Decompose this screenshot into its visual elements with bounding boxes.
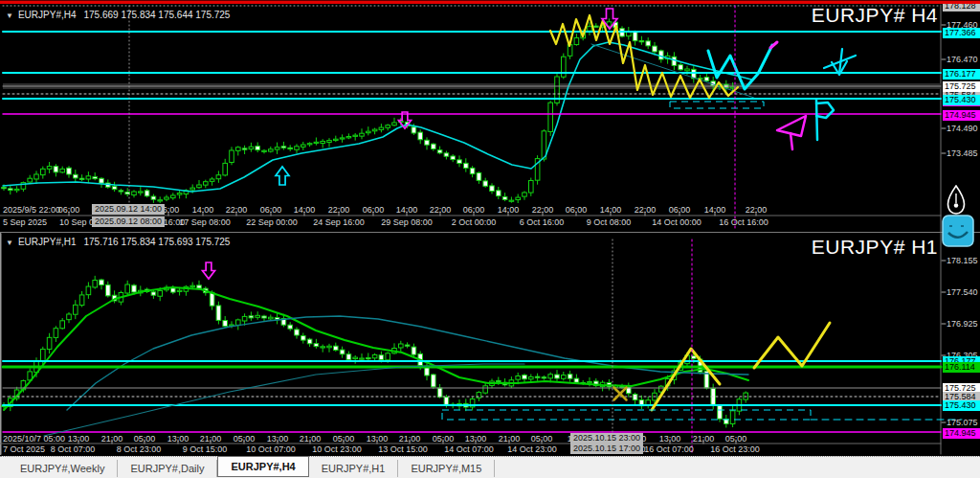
- h4-time-label: 06:00: [669, 205, 691, 215]
- h4-time-label: 22:00: [328, 205, 350, 215]
- h4-ohlc-values: 175.669 175.834 175.644 175.725: [84, 10, 231, 20]
- h4-cyan-up-arrow: [276, 167, 289, 185]
- h1-time-label: 13:00: [465, 434, 487, 444]
- h4-ma-0: [3, 42, 751, 192]
- h4-time-label: 22:00: [532, 205, 554, 215]
- h1-time-label: 10 Oct 07:00: [246, 444, 296, 454]
- h4-time-label: 22:00: [226, 205, 248, 215]
- h4-candles: [2, 18, 735, 203]
- h4-time-label: 24 Sep 16:00: [313, 217, 365, 227]
- h1-time-label: 13:00: [68, 434, 90, 444]
- h4-time-marker-box: 2025.09.12 08:00: [92, 216, 165, 227]
- tab-eurjpy-h1[interactable]: EURJPY#,H1: [309, 460, 399, 477]
- h1-time-label: 21:00: [693, 434, 715, 444]
- tab-eurjpy-m15[interactable]: EURJPY#,M15: [398, 460, 495, 477]
- h4-time-label: 16 Oct 16:00: [719, 217, 768, 227]
- h1-time-label: 14 Oct 07:00: [444, 444, 494, 454]
- h1-ohlc-values: 175.716 175.834 175.693 175.725: [84, 237, 231, 247]
- h4-time-label: 06:00: [566, 205, 588, 215]
- h1-price-175.075: 175.075: [947, 418, 980, 428]
- collapse-triangle-icon[interactable]: ▼: [6, 239, 13, 247]
- h1-time-label: 10 Oct 23:00: [312, 444, 362, 454]
- h4-time-label: 14:00: [600, 205, 622, 215]
- h1-time-label: 2025/10/7 05:00: [3, 434, 65, 444]
- h4-time-label: 06:00: [260, 205, 282, 215]
- h1-time-label: 7 Oct 2025: [3, 444, 45, 454]
- h1-time-label: 05:00: [531, 434, 553, 444]
- pen-tool-icon[interactable]: [944, 185, 969, 215]
- h4-price-176.177: 176.177: [943, 69, 980, 80]
- h1-time-label: 13 Oct 15:00: [378, 444, 428, 454]
- h1-price-178.155: 178.155: [947, 256, 980, 266]
- h4-time-label: 14:00: [294, 205, 316, 215]
- h1-time-label: 21:00: [399, 434, 421, 444]
- h1-time-label: 21:00: [200, 434, 222, 444]
- h4-watermark: EURJPY# H4: [812, 4, 938, 27]
- h4-time-label: 9 Oct 08:00: [587, 217, 632, 227]
- h1-time-label: 21:00: [499, 434, 521, 444]
- h1-time-label: 05:00: [725, 434, 747, 444]
- h1-price-176.925: 176.925: [947, 319, 980, 330]
- h1-time-label: 14 Oct 23:00: [507, 444, 557, 454]
- h4-cyan-p-stem: [816, 100, 817, 140]
- h4-time-label: 14:00: [192, 205, 214, 215]
- h1-ohlc-header: ▼EURJPY#,H1175.716 175.834 175.693 175.7…: [6, 237, 230, 247]
- h4-time-label: 22:00: [746, 205, 768, 215]
- h4-price-175.725: 175.725: [943, 81, 980, 92]
- h1-time-label: 21:00: [300, 434, 322, 444]
- h4-price-175.430: 175.430: [943, 95, 980, 105]
- h4-time-label: 29 Sep 08:00: [381, 217, 433, 227]
- h1-time-label: 13:00: [367, 434, 389, 444]
- h4-trendline: [591, 44, 754, 98]
- h1-magenta-down-arrow: [203, 262, 215, 279]
- h4-price-174.490: 174.490: [947, 124, 980, 134]
- drawing-tool-button[interactable]: [942, 215, 974, 247]
- h1-time-label: 13:00: [167, 434, 189, 444]
- h4-magenta-flag-stem: [791, 133, 792, 149]
- h4-time-label: 2 Oct 00:00: [452, 217, 497, 227]
- h4-time-label: 14 Oct 00:00: [652, 217, 702, 227]
- h1-price-175.430: 175.430: [943, 400, 980, 411]
- tab-eurjpy-h4[interactable]: EURJPY#,H4: [217, 456, 308, 477]
- h1-price-177.540: 177.540: [947, 287, 980, 298]
- tab-eurjpy-weekly[interactable]: EURJPY#,Weekly: [8, 460, 118, 477]
- h4-time-label: 22 Sep 00:00: [246, 217, 298, 227]
- h1-time-label: 8 Oct 07:00: [51, 444, 96, 454]
- h4-time-label: 5 Sep 2025: [3, 217, 47, 227]
- h1-ma-1: [67, 316, 748, 410]
- collapse-triangle-icon[interactable]: ▼: [6, 11, 13, 20]
- h4-time-marker-box: 2025.09.12 14:00: [92, 204, 165, 215]
- h4-time-label: 14:00: [498, 205, 520, 215]
- h1-time-label: 8 Oct 23:00: [117, 444, 162, 454]
- h4-time-label: 6 Oct 16:00: [520, 217, 565, 227]
- h4-ohlc-header: ▼EURJPY#,H4175.669 175.834 175.644 175.7…: [6, 10, 230, 20]
- h4-price-176.470: 176.470: [947, 55, 980, 65]
- h4-cyan-p-loop: [816, 102, 834, 118]
- h4-time-label: 14:00: [396, 205, 418, 215]
- h4-time-label: 14:00: [704, 205, 726, 215]
- h1-time-label: 05:00: [433, 434, 455, 444]
- h4-time-label: 2025/9/5 22:00: [3, 205, 60, 215]
- tab-eurjpy-daily[interactable]: EURJPY#,Daily: [118, 460, 217, 477]
- h1-price-176.114: 176.114: [943, 362, 980, 373]
- h1-time-label: 05:00: [234, 434, 256, 444]
- h1-cyan-dashed-box: [442, 410, 811, 420]
- h4-time-label: 06:00: [363, 205, 385, 215]
- h1-time-label: 13:00: [267, 434, 289, 444]
- h4-time-label: 06:00: [463, 205, 485, 215]
- h4-time-label: 17 Sep 08:00: [179, 217, 231, 227]
- h4-time-label: 22:00: [430, 205, 452, 215]
- h1-time-label: 9 Oct 15:00: [183, 444, 228, 454]
- h1-watermark: EURJPY# H1: [812, 236, 938, 259]
- h1-time-label: 21:00: [101, 434, 123, 444]
- h1-symbol: EURJPY#,H1: [18, 237, 77, 247]
- h4-symbol: EURJPY#,H4: [18, 10, 77, 20]
- h1-time-label: 05:00: [333, 434, 355, 444]
- h1-time-label: 05:00: [134, 434, 156, 444]
- h4-cyan-dashed-box: [670, 102, 764, 108]
- h4-price-173.485: 173.485: [947, 148, 980, 159]
- h1-price-174.945: 174.945: [943, 428, 980, 439]
- h1-time-marker-box: 2025.10.15 17:00: [570, 444, 643, 454]
- h1-time-label: 13:00: [659, 434, 681, 444]
- h4-price-177.366: 177.366: [943, 28, 980, 38]
